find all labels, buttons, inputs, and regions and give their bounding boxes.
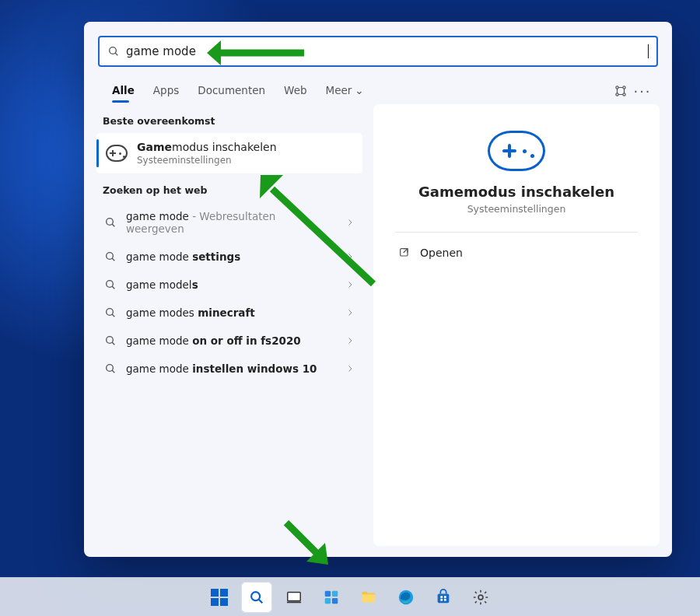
search-icon: [104, 362, 117, 375]
edge-icon: [397, 589, 415, 606]
widgets-icon: [323, 589, 340, 606]
search-icon: [104, 306, 117, 319]
search-window: Alle Apps Documenten Web Meer⌄ ··· Beste…: [84, 22, 672, 557]
web-result[interactable]: game modes minecraft: [96, 299, 362, 327]
edge-button[interactable]: [390, 582, 422, 613]
chevron-right-icon: [345, 336, 355, 345]
svg-rect-30: [332, 590, 338, 596]
chevron-right-icon: [345, 252, 355, 261]
taskview-icon: [285, 589, 303, 606]
svg-point-25: [251, 592, 260, 600]
search-icon: [104, 250, 117, 263]
search-icon: [104, 278, 117, 291]
open-action-label: Openen: [420, 247, 463, 259]
web-result[interactable]: game mode instellen windows 10: [96, 355, 362, 383]
search-icon: [104, 216, 117, 229]
gamepad-icon-large: [488, 131, 545, 171]
chevron-right-icon: [345, 218, 355, 227]
search-input[interactable]: [126, 44, 649, 58]
svg-line-11: [112, 286, 114, 289]
web-result-text: game mode on or off in fs2020: [126, 334, 336, 347]
best-match-subtitle: Systeeminstellingen: [137, 155, 277, 166]
search-bar-container: [84, 22, 672, 73]
web-result[interactable]: game models: [96, 271, 362, 299]
web-result[interactable]: game mode - Webresultaten weergeven: [96, 202, 362, 243]
chevron-right-icon: [345, 280, 355, 289]
svg-rect-33: [362, 594, 376, 602]
svg-line-9: [112, 258, 114, 261]
tab-apps[interactable]: Apps: [144, 78, 188, 104]
preview-subtitle: Systeeminstellingen: [467, 203, 566, 215]
web-result[interactable]: game mode settings: [96, 243, 362, 271]
svg-rect-39: [444, 598, 446, 600]
search-icon: [107, 45, 120, 58]
gamepad-icon: [106, 145, 128, 162]
best-match-title: Gamemodus inschakelen: [137, 141, 277, 153]
windows-logo-icon: [211, 589, 228, 606]
tab-more[interactable]: Meer⌄: [317, 78, 373, 104]
web-result-text: game models: [126, 278, 336, 291]
svg-line-7: [112, 224, 114, 226]
svg-rect-38: [440, 598, 443, 600]
svg-point-3: [623, 86, 625, 89]
best-match-result[interactable]: Gamemodus inschakelen Systeeminstellinge…: [96, 133, 362, 173]
widgets-button[interactable]: [316, 582, 347, 613]
section-best-match: Beste overeenkomst: [96, 104, 362, 133]
gear-icon: [472, 589, 489, 606]
svg-line-1: [115, 53, 117, 55]
search-icon: [248, 589, 265, 606]
svg-point-5: [623, 93, 625, 96]
open-action[interactable]: Openen: [395, 239, 638, 267]
preview-panel: Gamemodus inschakelen Systeeminstellinge…: [373, 104, 660, 546]
web-result-text: game modes minecraft: [126, 306, 336, 319]
preview-title: Gamemodus inschakelen: [418, 184, 614, 200]
more-options-icon[interactable]: ···: [632, 80, 653, 102]
section-search-web: Zoeken op het web: [96, 173, 362, 202]
chevron-down-icon: ⌄: [355, 84, 363, 96]
file-explorer-button[interactable]: [353, 582, 384, 613]
folder-icon: [360, 589, 377, 606]
web-result-text: game mode - Webresultaten weergeven: [126, 210, 336, 235]
text-caret: [648, 44, 649, 58]
search-bar[interactable]: [98, 36, 658, 67]
tab-web[interactable]: Web: [275, 78, 316, 104]
chevron-right-icon: [345, 308, 355, 317]
results-column: Beste overeenkomst Gamemodus inschakelen…: [96, 104, 362, 546]
tab-all[interactable]: Alle: [103, 78, 144, 104]
svg-point-40: [478, 595, 483, 600]
taskview-button[interactable]: [278, 582, 310, 613]
settings-button[interactable]: [465, 582, 496, 613]
taskbar-search-button[interactable]: [241, 582, 272, 613]
svg-line-15: [112, 342, 114, 345]
svg-rect-35: [438, 593, 450, 603]
web-result-text: game mode instellen windows 10: [126, 362, 336, 375]
svg-point-2: [616, 86, 618, 89]
svg-rect-31: [325, 597, 331, 603]
start-button[interactable]: [204, 582, 235, 613]
open-icon: [398, 247, 411, 259]
svg-rect-28: [287, 601, 301, 603]
svg-rect-32: [332, 597, 338, 603]
web-result[interactable]: game mode on or off in fs2020: [96, 327, 362, 355]
svg-line-26: [259, 599, 263, 603]
taskbar: [0, 577, 700, 616]
svg-rect-27: [288, 592, 301, 600]
store-icon: [435, 589, 452, 606]
divider: [395, 232, 638, 233]
store-button[interactable]: [428, 582, 459, 613]
svg-rect-37: [444, 596, 446, 598]
svg-line-13: [112, 314, 114, 317]
svg-point-4: [616, 93, 618, 96]
chevron-right-icon: [345, 364, 355, 373]
svg-rect-29: [325, 590, 331, 596]
search-icon: [104, 334, 117, 347]
org-search-icon[interactable]: [610, 80, 632, 102]
filter-tabs: Alle Apps Documenten Web Meer⌄ ···: [84, 73, 672, 104]
tab-documents[interactable]: Documenten: [188, 78, 275, 104]
svg-rect-36: [440, 596, 443, 598]
web-result-text: game mode settings: [126, 250, 336, 263]
svg-line-17: [112, 370, 114, 373]
